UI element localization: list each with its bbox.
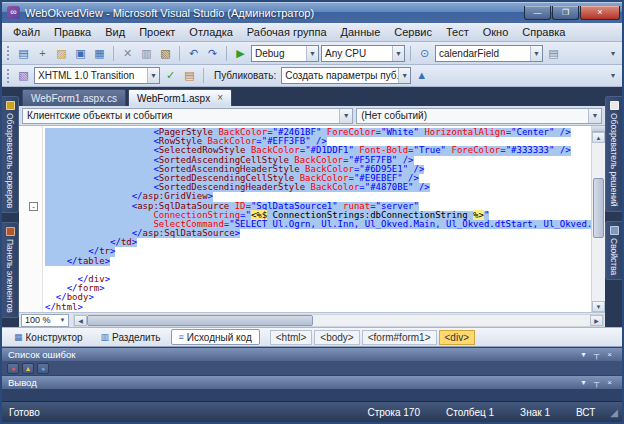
toolbar-grip[interactable] [6, 45, 10, 60]
redo-button[interactable]: ↷ [204, 45, 221, 62]
toolbar-overflow-button[interactable]: ▾ [608, 71, 618, 80]
toolbar-overflow-button[interactable]: ▾ [608, 49, 618, 58]
warnings-filter-button[interactable]: ▲ [22, 363, 34, 374]
close-button[interactable]: × [580, 6, 620, 20]
horizontal-scroll-thumb[interactable] [87, 315, 313, 326]
code-area[interactable]: <PagerStyle BackColor="#2461BF" ForeColo… [43, 126, 591, 312]
cut-button[interactable]: ✕ [119, 45, 136, 62]
events-dropdown[interactable]: (Нет событий) ▼ [356, 108, 602, 124]
vertical-scroll-track[interactable] [592, 143, 605, 301]
doctype-select[interactable]: XHTML 1.0 Transition▼ [34, 67, 160, 84]
code-line[interactable]: </tr> [45, 247, 591, 256]
code-line[interactable]: </div> [45, 275, 591, 284]
find-button[interactable]: ⊙ [416, 45, 433, 62]
chevron-down-icon[interactable]: ▼ [306, 46, 318, 61]
chevron-down-icon[interactable]: ▼ [339, 109, 352, 123]
platform-select[interactable]: Any CPU▼ [321, 45, 405, 62]
new-file-button[interactable]: ▤ [15, 45, 32, 62]
vertical-scroll-thumb[interactable] [593, 178, 604, 238]
breadcrumb-body[interactable]: <body> [314, 330, 359, 345]
horizontal-scroll-track[interactable] [87, 315, 590, 326]
zoom-select[interactable]: 100 % ▼ [21, 314, 69, 327]
code-line[interactable]: </form> [45, 284, 591, 293]
code-line[interactable]: </td> [45, 238, 591, 247]
pin-icon[interactable]: ┬ [590, 350, 603, 359]
minimize-button[interactable]: — [524, 6, 551, 20]
search-combo[interactable]: calendarField▼ [435, 45, 543, 62]
menu-item[interactable]: Отладка [182, 24, 239, 40]
css-style-button[interactable]: ▤ [181, 67, 198, 84]
add-item-button[interactable]: + [34, 45, 51, 62]
menu-item[interactable]: Рабочая группа [240, 24, 334, 40]
open-file-button[interactable]: ▨ [53, 45, 70, 62]
vertical-scrollbar[interactable]: ▲ ▼ [591, 126, 605, 312]
menu-item[interactable]: Вид [98, 24, 132, 40]
find-in-files-button[interactable]: ▤ [545, 45, 562, 62]
scroll-up-icon[interactable]: ▲ [592, 132, 605, 143]
menu-item[interactable]: Данные [334, 24, 388, 40]
error-list-header[interactable]: Список ошибок ▾ ┬ × [2, 347, 622, 361]
fold-collapse-icon[interactable]: - [29, 202, 38, 211]
scroll-right-icon[interactable]: ▶ [590, 315, 603, 326]
find-icon: ⊙ [420, 48, 429, 59]
breadcrumb-html[interactable]: <html> [270, 330, 313, 345]
code-line[interactable] [45, 266, 591, 275]
tab-webform1-aspx[interactable]: WebForm1.aspx× [128, 89, 232, 106]
toolbar-grip[interactable] [6, 68, 10, 83]
messages-filter-button[interactable]: ● [37, 363, 49, 374]
side-tab-properties[interactable]: Свойства [605, 221, 622, 280]
scroll-left-icon[interactable]: ◀ [74, 315, 87, 326]
objects-dropdown[interactable]: Клиентские объекты и события ▼ [22, 108, 353, 124]
side-tab-server-explorer[interactable]: Обозреватель серверов [2, 96, 19, 213]
output-header[interactable]: Вывод ▾ ┬ × [2, 375, 622, 389]
code-line[interactable]: </html> [45, 303, 591, 312]
window-menu-icon[interactable]: ▾ [577, 378, 590, 387]
chevron-down-icon[interactable]: ▼ [530, 46, 542, 61]
undo-button[interactable]: ↶ [185, 45, 202, 62]
horizontal-scrollbar[interactable]: ◀ ▶ [73, 314, 604, 327]
paste-button[interactable]: ▧ [157, 45, 174, 62]
menu-item[interactable]: Тест [439, 24, 476, 40]
output-title: Вывод [8, 377, 577, 388]
menu-item[interactable]: Правка [47, 24, 98, 40]
validate-markup-button[interactable]: ✓ [162, 67, 179, 84]
side-tab-solution-explorer[interactable]: Обозреватель решений [605, 96, 622, 212]
start-debug-button[interactable]: ▶ [232, 45, 249, 62]
pin-icon[interactable]: ┬ [590, 378, 603, 387]
menu-item[interactable]: Проект [132, 24, 182, 40]
chevron-down-icon[interactable]: ▼ [147, 68, 159, 83]
scroll-down-icon[interactable]: ▼ [592, 301, 605, 312]
window-menu-icon[interactable]: ▾ [577, 350, 590, 359]
maximize-button[interactable]: ❐ [552, 6, 579, 20]
menu-item[interactable]: Справка [515, 24, 572, 40]
chevron-down-icon[interactable]: ▼ [57, 317, 68, 323]
publish-profile-select[interactable]: Создать параметры пуб...▼ [281, 67, 411, 84]
menu-item[interactable]: Сервис [387, 24, 439, 40]
menu-item[interactable]: Файл [6, 24, 47, 40]
code-line[interactable]: </body> [45, 293, 591, 302]
side-tab-toolbox[interactable]: Панель элементов [2, 222, 19, 318]
save-all-button[interactable]: ▦ [91, 45, 108, 62]
style-tools-button[interactable]: ▧ [15, 67, 32, 84]
menu-item[interactable]: Окно [476, 24, 516, 40]
breadcrumb-form-form1[interactable]: <form#form1> [362, 330, 437, 345]
debug-config-select[interactable]: Debug▼ [251, 45, 319, 62]
breadcrumb-div[interactable]: <div> [439, 330, 475, 345]
publish-button[interactable]: ▲ [413, 67, 430, 84]
chevron-down-icon[interactable]: ▼ [392, 46, 404, 61]
design-view-button[interactable]: ▦Конструктор [6, 329, 91, 345]
resize-grip[interactable]: ◢ [610, 407, 618, 418]
save-button[interactable]: ▣ [72, 45, 89, 62]
close-icon[interactable]: × [217, 93, 223, 103]
errors-filter-button[interactable]: ● [7, 363, 19, 374]
close-icon[interactable]: × [603, 378, 616, 387]
close-icon[interactable]: × [603, 350, 616, 359]
source-view-button[interactable]: ≡Исходный код [171, 329, 260, 345]
copy-button[interactable]: ▥ [138, 45, 155, 62]
chevron-down-icon[interactable]: ▼ [588, 109, 601, 123]
title-bar[interactable]: ∞ WebOkvedView - Microsoft Visual Studio… [2, 2, 622, 23]
split-view-button[interactable]: ▥Разделить [93, 329, 169, 345]
chevron-down-icon[interactable]: ▼ [398, 68, 410, 83]
code-line[interactable]: </table> [45, 257, 591, 266]
tab-webform1-aspx-cs[interactable]: WebForm1.aspx.cs [22, 89, 126, 106]
